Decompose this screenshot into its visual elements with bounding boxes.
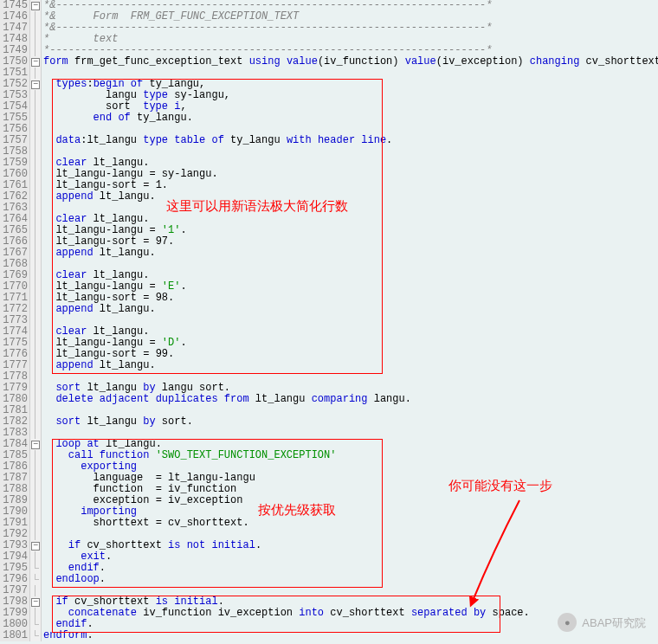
fold-bar-icon[interactable] [30,214,41,225]
fold-bar-icon[interactable] [30,326,41,338]
code-editor: 1745174617471748174917501751175217531754… [0,0,658,641]
code-line[interactable]: end of ty_langu. [43,113,658,124]
fold-bar-icon[interactable] [30,259,41,270]
fold-toggle-icon[interactable] [30,596,41,608]
watermark-icon: ● [558,613,577,632]
fold-bar-icon[interactable] [30,169,41,180]
fold-bar-icon[interactable] [30,146,41,158]
fold-bar-icon[interactable] [30,428,41,439]
fold-bar-icon[interactable] [30,236,41,248]
fold-bar-icon[interactable] [30,124,41,135]
fold-bar-icon[interactable] [30,461,41,473]
fold-toggle-icon[interactable] [30,540,41,551]
code-line[interactable]: delete adjacent duplicates from lt_langu… [43,394,658,405]
fold-bar-icon[interactable] [30,34,41,45]
watermark: ● ABAP研究院 [558,613,646,632]
fold-bar-icon[interactable] [30,180,41,191]
fold-toggle-icon[interactable] [30,0,41,11]
code-line[interactable]: if cv_shorttext is not initial. [43,540,658,551]
fold-bar-icon[interactable] [30,383,41,394]
fold-bar-icon[interactable] [30,101,41,113]
fold-bar-icon[interactable] [30,293,41,304]
code-line[interactable]: append lt_langu. [43,360,658,371]
fold-toggle-icon[interactable] [30,439,41,450]
code-line[interactable]: append lt_langu. [43,304,658,315]
fold-bar-icon[interactable] [30,338,41,349]
fold-bar-icon[interactable] [30,158,41,169]
fold-end-icon[interactable] [30,619,41,630]
fold-bar-icon[interactable] [30,416,41,428]
code-line[interactable]: exit. [43,551,658,563]
fold-gutter[interactable] [30,0,42,641]
fold-bar-icon[interactable] [30,203,41,214]
fold-bar-icon[interactable] [30,90,41,101]
fold-bar-icon[interactable] [30,68,41,79]
fold-toggle-icon[interactable] [30,56,41,68]
watermark-text: ABAP研究院 [582,617,646,628]
fold-bar-icon[interactable] [30,371,41,383]
fold-bar-icon[interactable] [30,585,41,596]
fold-bar-icon[interactable] [30,45,41,56]
code-line[interactable]: append lt_langu. [43,248,658,259]
fold-bar-icon[interactable] [30,11,41,23]
code-line[interactable]: form frm_get_func_exception_text using v… [43,56,658,68]
fold-end-icon[interactable] [30,574,41,585]
code-area[interactable]: 这里可以用新语法极大简化行数 按优先级获取 你可能没有这一步 *&-------… [42,0,658,641]
fold-bar-icon[interactable] [30,315,41,326]
fold-bar-icon[interactable] [30,304,41,315]
fold-bar-icon[interactable] [30,394,41,405]
code-line[interactable]: shorttext = cv_shorttext. [43,518,658,529]
fold-toggle-icon[interactable] [30,79,41,90]
code-line[interactable]: *&--------------------------------------… [43,23,658,34]
fold-bar-icon[interactable] [30,281,41,293]
fold-bar-icon[interactable] [30,360,41,371]
fold-bar-icon[interactable] [30,450,41,461]
fold-bar-icon[interactable] [30,484,41,495]
code-line[interactable]: data:lt_langu type table of ty_langu wit… [43,135,658,146]
fold-bar-icon[interactable] [30,529,41,540]
line-number: 1801 [2,630,28,641]
fold-bar-icon[interactable] [30,248,41,259]
code-line[interactable]: endif. [43,563,658,574]
fold-bar-icon[interactable] [30,405,41,416]
fold-bar-icon[interactable] [30,135,41,146]
fold-bar-icon[interactable] [30,518,41,529]
fold-end-icon[interactable] [30,630,41,641]
fold-bar-icon[interactable] [30,270,41,281]
fold-bar-icon[interactable] [30,349,41,360]
fold-end-icon[interactable] [30,563,41,574]
code-line[interactable]: append lt_langu. [43,191,658,203]
fold-bar-icon[interactable] [30,225,41,236]
fold-bar-icon[interactable] [30,506,41,518]
code-line[interactable]: sort lt_langu by sort. [43,416,658,428]
fold-bar-icon[interactable] [30,113,41,124]
line-number-gutter: 1745174617471748174917501751175217531754… [0,0,30,641]
fold-bar-icon[interactable] [30,551,41,563]
code-line[interactable]: endloop. [43,574,658,585]
fold-bar-icon[interactable] [30,495,41,506]
fold-bar-icon[interactable] [30,191,41,203]
fold-bar-icon[interactable] [30,473,41,484]
fold-bar-icon[interactable] [30,23,41,34]
fold-bar-icon[interactable] [30,608,41,619]
